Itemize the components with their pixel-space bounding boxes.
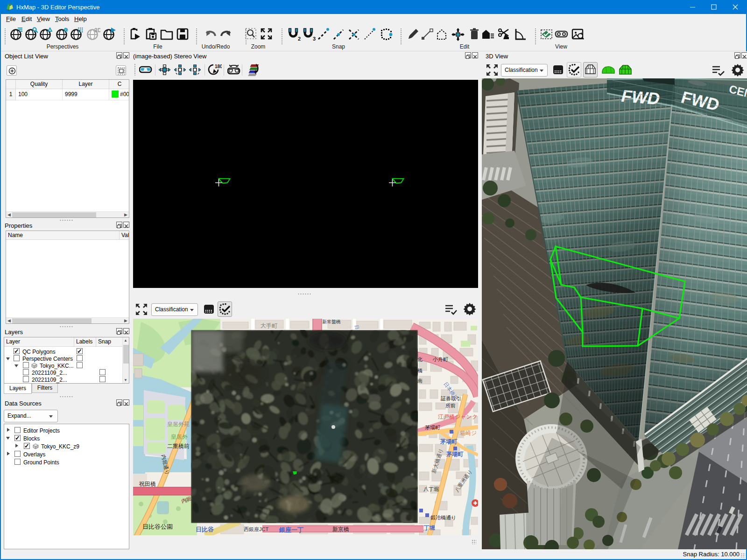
svg-text:箱崎ジ: 箱崎ジ — [460, 430, 477, 436]
svg-text:茅場町: 茅場町 — [425, 425, 440, 430]
svg-text:所前: 所前 — [445, 403, 456, 408]
svg-text:日: 日 — [354, 324, 360, 330]
svg-text:3: 3 — [313, 36, 316, 42]
svg-text:茅場町: 茅場町 — [440, 438, 458, 445]
svg-text:祝田橋: 祝田橋 — [139, 481, 156, 487]
svg-text:西銀座JCT: 西銀座JCT — [244, 526, 268, 532]
svg-text:茅場町: 茅場町 — [446, 451, 464, 457]
svg-text:日比谷: 日比谷 — [196, 526, 214, 533]
svg-text:2: 2 — [298, 36, 301, 42]
svg-text:皇居外: 皇居外 — [171, 434, 188, 440]
svg-text:八丁堀: 八丁堀 — [423, 486, 439, 492]
svg-text:皇居外苑: 皇居外苑 — [167, 421, 190, 427]
svg-text:江戸橋ジャンク: 江戸橋ジャンク — [438, 413, 478, 420]
svg-text:3D: 3D — [94, 27, 100, 34]
svg-text:銀座一丁: 銀座一丁 — [279, 526, 303, 533]
svg-text:大手町: 大手町 — [261, 322, 278, 329]
svg-text:二重橋前: 二重橋前 — [167, 443, 190, 449]
svg-text:180: 180 — [215, 64, 222, 69]
svg-text:鍛冶橋通り: 鍛冶橋通り — [430, 515, 456, 520]
svg-text:小舟町: 小舟町 — [432, 357, 448, 362]
svg-text:新京橋: 新京橋 — [332, 526, 349, 532]
svg-text:日比谷公園: 日比谷公園 — [142, 523, 173, 530]
svg-text:新常盤橋: 新常盤橋 — [322, 319, 341, 324]
